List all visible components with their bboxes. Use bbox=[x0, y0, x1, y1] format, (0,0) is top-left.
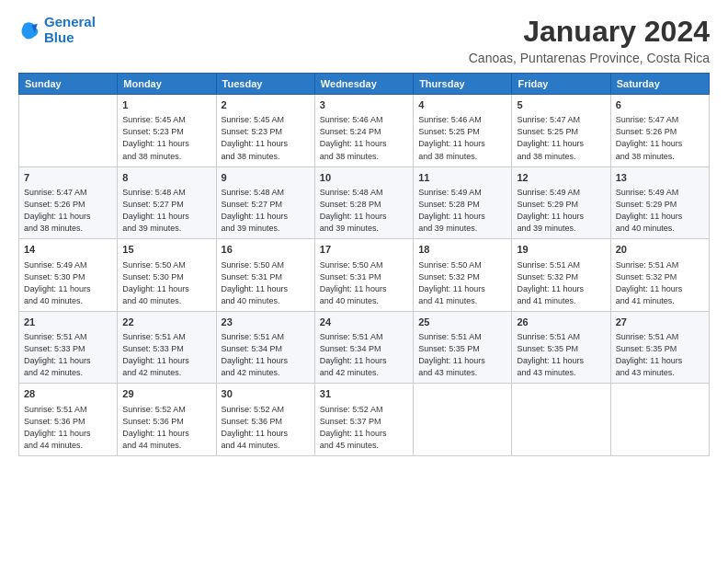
daylight-text: Daylight: 11 hours bbox=[517, 138, 605, 150]
daylight-text: and 38 minutes. bbox=[320, 151, 408, 163]
calendar-cell: 4Sunrise: 5:46 AMSunset: 5:25 PMDaylight… bbox=[414, 95, 512, 167]
daylight-text: and 41 minutes. bbox=[616, 295, 704, 307]
day-number: 18 bbox=[418, 243, 506, 257]
day-info: Sunrise: 5:51 AMSunset: 5:32 PMDaylight:… bbox=[616, 259, 704, 307]
daylight-text: Daylight: 11 hours bbox=[24, 283, 112, 295]
calendar-cell: 13Sunrise: 5:49 AMSunset: 5:29 PMDayligh… bbox=[610, 167, 709, 239]
calendar-cell: 2Sunrise: 5:45 AMSunset: 5:23 PMDaylight… bbox=[216, 95, 314, 167]
day-info: Sunrise: 5:51 AMSunset: 5:33 PMDaylight:… bbox=[122, 331, 210, 379]
calendar-week-5: 28Sunrise: 5:51 AMSunset: 5:36 PMDayligh… bbox=[19, 384, 710, 456]
daylight-text: Daylight: 11 hours bbox=[320, 211, 408, 223]
sunset-text: Sunset: 5:27 PM bbox=[222, 199, 310, 211]
sunrise-text: Sunrise: 5:46 AM bbox=[320, 114, 408, 126]
daylight-text: and 42 minutes. bbox=[222, 367, 310, 379]
sunset-text: Sunset: 5:33 PM bbox=[24, 343, 112, 355]
day-number: 14 bbox=[24, 243, 112, 257]
day-info: Sunrise: 5:49 AMSunset: 5:30 PMDaylight:… bbox=[24, 259, 112, 307]
day-number: 10 bbox=[320, 171, 408, 185]
day-info: Sunrise: 5:45 AMSunset: 5:23 PMDaylight:… bbox=[222, 114, 310, 162]
calendar-week-2: 7Sunrise: 5:47 AMSunset: 5:26 PMDaylight… bbox=[19, 167, 710, 239]
daylight-text: Daylight: 11 hours bbox=[320, 283, 408, 295]
sunrise-text: Sunrise: 5:47 AM bbox=[517, 114, 605, 126]
day-number: 16 bbox=[222, 243, 310, 257]
calendar-cell: 29Sunrise: 5:52 AMSunset: 5:36 PMDayligh… bbox=[118, 384, 216, 456]
sunrise-text: Sunrise: 5:48 AM bbox=[320, 187, 408, 199]
day-info: Sunrise: 5:50 AMSunset: 5:30 PMDaylight:… bbox=[122, 259, 210, 307]
sunset-text: Sunset: 5:26 PM bbox=[24, 199, 112, 211]
sunrise-text: Sunrise: 5:45 AM bbox=[222, 114, 310, 126]
calendar-cell: 14Sunrise: 5:49 AMSunset: 5:30 PMDayligh… bbox=[19, 239, 118, 312]
daylight-text: Daylight: 11 hours bbox=[222, 355, 310, 367]
calendar-cell: 23Sunrise: 5:51 AMSunset: 5:34 PMDayligh… bbox=[216, 311, 314, 384]
day-info: Sunrise: 5:51 AMSunset: 5:35 PMDaylight:… bbox=[616, 331, 704, 379]
calendar-cell: 3Sunrise: 5:46 AMSunset: 5:24 PMDaylight… bbox=[314, 95, 413, 167]
daylight-text: Daylight: 11 hours bbox=[122, 211, 210, 223]
calendar-cell: 30Sunrise: 5:52 AMSunset: 5:36 PMDayligh… bbox=[216, 384, 314, 456]
day-number: 12 bbox=[517, 171, 605, 185]
sunset-text: Sunset: 5:32 PM bbox=[517, 271, 605, 283]
daylight-text: and 38 minutes. bbox=[222, 151, 310, 163]
sunset-text: Sunset: 5:30 PM bbox=[24, 271, 112, 283]
daylight-text: Daylight: 11 hours bbox=[222, 283, 310, 295]
daylight-text: and 39 minutes. bbox=[418, 223, 506, 235]
sunrise-text: Sunrise: 5:51 AM bbox=[517, 259, 605, 271]
logo-text: General Blue bbox=[44, 15, 96, 45]
day-number: 24 bbox=[320, 316, 408, 329]
day-info: Sunrise: 5:48 AMSunset: 5:28 PMDaylight:… bbox=[320, 187, 408, 235]
daylight-text: and 40 minutes. bbox=[122, 295, 210, 307]
sunrise-text: Sunrise: 5:46 AM bbox=[418, 114, 506, 126]
day-info: Sunrise: 5:51 AMSunset: 5:34 PMDaylight:… bbox=[222, 331, 310, 379]
day-number: 9 bbox=[222, 171, 310, 185]
sunrise-text: Sunrise: 5:48 AM bbox=[122, 187, 210, 199]
daylight-text: and 40 minutes. bbox=[24, 295, 112, 307]
sunset-text: Sunset: 5:36 PM bbox=[222, 416, 310, 428]
day-info: Sunrise: 5:47 AMSunset: 5:26 PMDaylight:… bbox=[24, 187, 112, 235]
calendar-cell: 10Sunrise: 5:48 AMSunset: 5:28 PMDayligh… bbox=[314, 167, 413, 239]
daylight-text: and 38 minutes. bbox=[122, 151, 210, 163]
day-info: Sunrise: 5:52 AMSunset: 5:36 PMDaylight:… bbox=[222, 404, 310, 452]
daylight-text: Daylight: 11 hours bbox=[418, 355, 506, 367]
sunset-text: Sunset: 5:24 PM bbox=[320, 126, 408, 138]
day-info: Sunrise: 5:51 AMSunset: 5:32 PMDaylight:… bbox=[517, 259, 605, 307]
sunrise-text: Sunrise: 5:51 AM bbox=[24, 404, 112, 416]
calendar-cell: 27Sunrise: 5:51 AMSunset: 5:35 PMDayligh… bbox=[610, 311, 709, 384]
daylight-text: and 38 minutes. bbox=[418, 151, 506, 163]
day-info: Sunrise: 5:49 AMSunset: 5:29 PMDaylight:… bbox=[616, 187, 704, 235]
daylight-text: and 41 minutes. bbox=[418, 295, 506, 307]
sunrise-text: Sunrise: 5:51 AM bbox=[517, 331, 605, 343]
sunset-text: Sunset: 5:33 PM bbox=[122, 343, 210, 355]
sunrise-text: Sunrise: 5:49 AM bbox=[616, 187, 704, 199]
day-number: 21 bbox=[24, 316, 112, 329]
daylight-text: Daylight: 11 hours bbox=[122, 138, 210, 150]
day-number: 1 bbox=[122, 98, 210, 112]
day-number: 31 bbox=[320, 387, 408, 401]
sunset-text: Sunset: 5:29 PM bbox=[616, 199, 704, 211]
daylight-text: Daylight: 11 hours bbox=[616, 355, 704, 367]
day-number: 19 bbox=[517, 243, 605, 257]
sunrise-text: Sunrise: 5:48 AM bbox=[222, 187, 310, 199]
calendar-cell: 16Sunrise: 5:50 AMSunset: 5:31 PMDayligh… bbox=[216, 239, 314, 312]
daylight-text: and 40 minutes. bbox=[616, 223, 704, 235]
calendar-cell bbox=[610, 384, 709, 456]
daylight-text: Daylight: 11 hours bbox=[24, 211, 112, 223]
sunset-text: Sunset: 5:25 PM bbox=[418, 126, 506, 138]
sunrise-text: Sunrise: 5:52 AM bbox=[320, 404, 408, 416]
calendar-cell: 24Sunrise: 5:51 AMSunset: 5:34 PMDayligh… bbox=[314, 311, 413, 384]
page: General Blue January 2024 Canoas, Puntar… bbox=[0, 0, 728, 563]
sunrise-text: Sunrise: 5:49 AM bbox=[418, 187, 506, 199]
calendar-cell: 9Sunrise: 5:48 AMSunset: 5:27 PMDaylight… bbox=[216, 167, 314, 239]
header-thursday: Thursday bbox=[414, 74, 512, 95]
logo-icon bbox=[18, 19, 40, 41]
calendar-cell: 22Sunrise: 5:51 AMSunset: 5:33 PMDayligh… bbox=[118, 311, 216, 384]
header-tuesday: Tuesday bbox=[216, 74, 314, 95]
daylight-text: and 39 minutes. bbox=[517, 223, 605, 235]
sunset-text: Sunset: 5:37 PM bbox=[320, 416, 408, 428]
daylight-text: Daylight: 11 hours bbox=[418, 211, 506, 223]
day-number: 29 bbox=[122, 387, 210, 401]
calendar-cell bbox=[414, 384, 512, 456]
daylight-text: Daylight: 11 hours bbox=[222, 211, 310, 223]
sunrise-text: Sunrise: 5:51 AM bbox=[616, 331, 704, 343]
header-friday: Friday bbox=[512, 74, 610, 95]
daylight-text: Daylight: 11 hours bbox=[616, 211, 704, 223]
daylight-text: Daylight: 11 hours bbox=[222, 428, 310, 440]
